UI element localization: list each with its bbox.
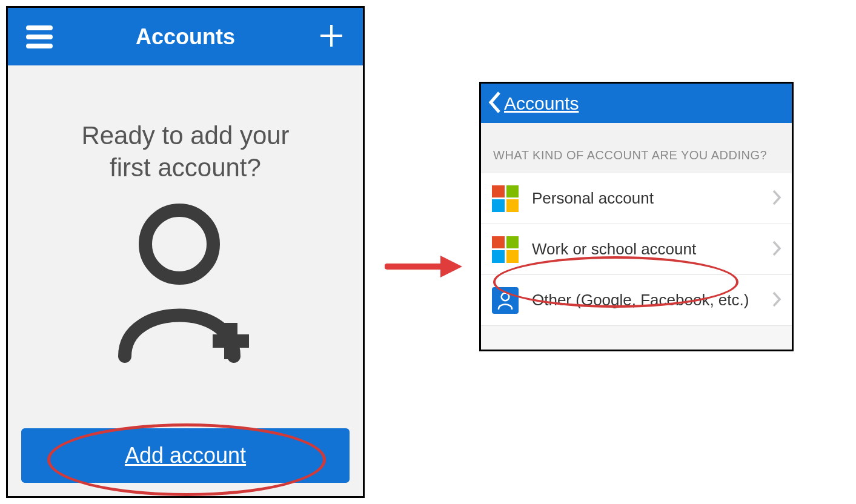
microsoft-logo-icon [492,185,519,212]
add-account-button[interactable]: Add account [21,428,350,483]
svg-marker-6 [440,256,462,277]
svg-point-2 [145,210,213,278]
person-icon [492,287,519,314]
hamburger-icon[interactable] [26,25,53,48]
chevron-right-icon [772,240,781,259]
option-work-school-account[interactable]: Work or school account [481,224,792,275]
option-work-label: Work or school account [532,240,759,259]
accounts-empty-screen: Accounts Ready to add your first account… [6,6,365,498]
back-button[interactable]: Accounts [504,93,579,114]
accounts-title: Accounts [53,24,318,50]
empty-state-text: Ready to add your first account? [8,120,363,184]
account-type-screen: Accounts WHAT KIND OF ACCOUNT ARE YOU AD… [479,82,794,351]
option-personal-label: Personal account [532,189,759,208]
svg-point-7 [502,293,509,300]
empty-line-2: first account? [8,152,363,184]
plus-icon[interactable] [318,22,345,51]
option-other-account[interactable]: Other (Google, Facebook, etc.) [481,275,792,326]
chevron-right-icon [772,291,781,310]
option-personal-account[interactable]: Personal account [481,173,792,224]
microsoft-logo-icon [492,236,519,263]
user-plus-icon [8,202,363,365]
flow-arrow-icon [385,253,463,282]
back-chevron-icon[interactable] [487,90,503,117]
add-account-label: Add account [125,443,246,468]
accounts-header: Accounts [8,8,363,65]
account-type-header: Accounts [481,84,792,123]
chevron-right-icon [772,190,781,208]
empty-line-1: Ready to add your [8,120,363,152]
option-other-label: Other (Google, Facebook, etc.) [532,291,759,310]
section-heading: WHAT KIND OF ACCOUNT ARE YOU ADDING? [481,123,792,173]
